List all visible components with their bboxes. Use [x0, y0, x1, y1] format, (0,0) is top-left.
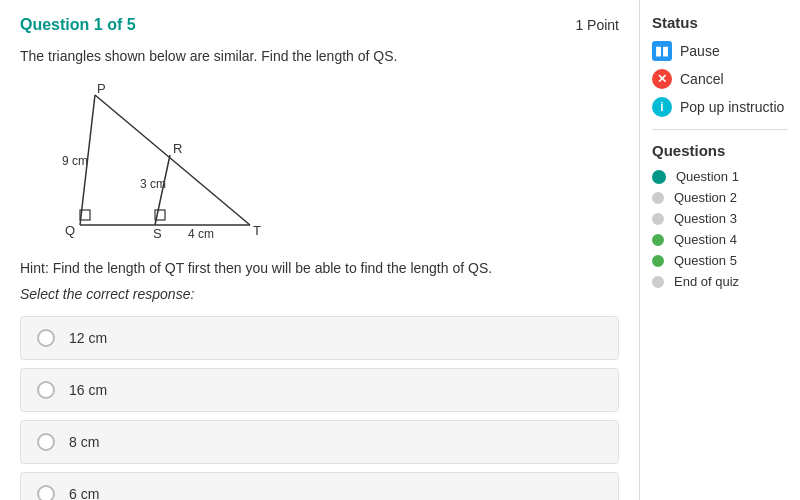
main-content: Question 1 of 5 1 Point The triangles sh… — [0, 0, 640, 500]
answer-text-2: 16 cm — [69, 382, 107, 398]
cancel-icon: ✕ — [652, 69, 672, 89]
questions-title: Questions — [652, 142, 788, 159]
answer-option-4[interactable]: 6 cm — [20, 472, 619, 500]
svg-line-2 — [95, 95, 250, 225]
cancel-item[interactable]: ✕ Cancel — [652, 69, 788, 89]
nav-label-end: End of quiz — [674, 274, 739, 289]
question-header: Question 1 of 5 1 Point — [20, 16, 619, 34]
sidebar: Status ▮▮ Pause ✕ Cancel i Pop up instru… — [640, 0, 800, 500]
nav-end-of-quiz[interactable]: End of quiz — [652, 274, 788, 289]
label-3cm: 3 cm — [140, 177, 166, 191]
status-title: Status — [652, 14, 788, 31]
label-p: P — [97, 81, 106, 96]
points-label: 1 Point — [575, 17, 619, 33]
nav-dot-2 — [652, 192, 664, 204]
nav-question-3[interactable]: Question 3 — [652, 211, 788, 226]
nav-label-5: Question 5 — [674, 253, 737, 268]
label-r: R — [173, 141, 182, 156]
questions-section: Questions Question 1 Question 2 Question… — [652, 142, 788, 289]
pause-label: Pause — [680, 43, 720, 59]
nav-dot-5 — [652, 255, 664, 267]
question-title: Question 1 of 5 — [20, 16, 136, 34]
label-s: S — [153, 226, 162, 240]
nav-question-4[interactable]: Question 4 — [652, 232, 788, 247]
popup-label: Pop up instructio — [680, 99, 784, 115]
cancel-label: Cancel — [680, 71, 724, 87]
label-4cm: 4 cm — [188, 227, 214, 240]
nav-dot-4 — [652, 234, 664, 246]
question-text: The triangles shown below are similar. F… — [20, 48, 619, 64]
radio-2[interactable] — [37, 381, 55, 399]
nav-dot-3 — [652, 213, 664, 225]
answer-options: 12 cm 16 cm 8 cm 6 cm — [20, 316, 619, 500]
label-t: T — [253, 223, 261, 238]
nav-label-2: Question 2 — [674, 190, 737, 205]
popup-item[interactable]: i Pop up instructio — [652, 97, 788, 117]
answer-text-1: 12 cm — [69, 330, 107, 346]
label-9cm: 9 cm — [62, 154, 88, 168]
nav-question-1[interactable]: Question 1 — [652, 169, 788, 184]
answer-option-1[interactable]: 12 cm — [20, 316, 619, 360]
sidebar-divider — [652, 129, 788, 130]
select-response-label: Select the correct response: — [20, 286, 619, 302]
radio-3[interactable] — [37, 433, 55, 451]
label-q: Q — [65, 223, 75, 238]
hint-text: Hint: Find the length of QT first then y… — [20, 260, 619, 276]
radio-1[interactable] — [37, 329, 55, 347]
pause-icon: ▮▮ — [652, 41, 672, 61]
nav-label-1: Question 1 — [676, 169, 739, 184]
nav-label-4: Question 4 — [674, 232, 737, 247]
answer-text-3: 8 cm — [69, 434, 99, 450]
nav-question-5[interactable]: Question 5 — [652, 253, 788, 268]
triangle-diagram: P Q T R S 9 cm 3 cm 4 cm — [40, 80, 270, 240]
info-icon: i — [652, 97, 672, 117]
answer-option-2[interactable]: 16 cm — [20, 368, 619, 412]
diagram-container: P Q T R S 9 cm 3 cm 4 cm — [40, 80, 619, 240]
radio-4[interactable] — [37, 485, 55, 500]
answer-option-3[interactable]: 8 cm — [20, 420, 619, 464]
answer-text-4: 6 cm — [69, 486, 99, 500]
nav-dot-1 — [652, 170, 666, 184]
nav-label-3: Question 3 — [674, 211, 737, 226]
nav-question-2[interactable]: Question 2 — [652, 190, 788, 205]
nav-dot-end — [652, 276, 664, 288]
pause-item[interactable]: ▮▮ Pause — [652, 41, 788, 61]
